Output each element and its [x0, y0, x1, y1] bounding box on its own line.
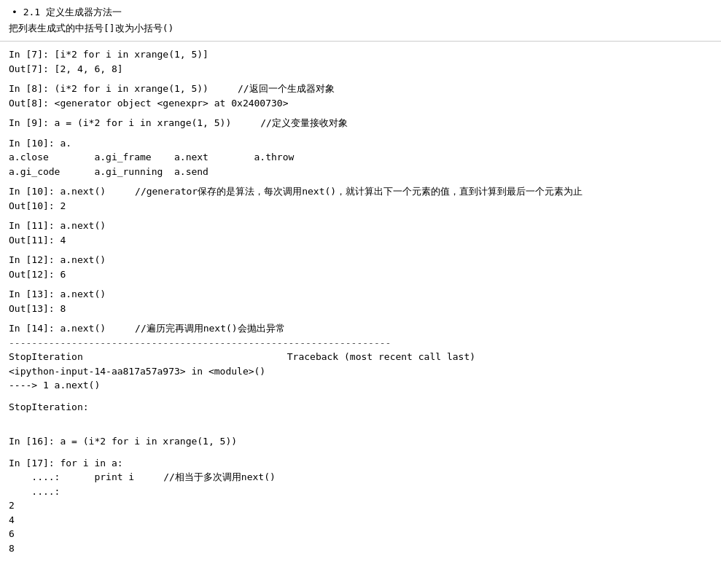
line: Out[13]: 8 — [9, 302, 712, 316]
line: In [17]: for i in a: — [9, 456, 712, 471]
line: In [12]: a.next() — [9, 253, 712, 267]
line: ----> 1 a.next() — [9, 378, 712, 393]
comment-span: //generator保存的是算法，每次调用next()，就计算出下一个元素的值… — [135, 186, 582, 197]
header: • 2.1 定义生成器方法一 把列表生成式的中括号[]改为小括号() — [0, 0, 721, 42]
code-span: ....: print i — [9, 471, 134, 482]
line: In [13]: a.next() — [9, 287, 712, 302]
line — [9, 449, 712, 456]
line: 8 — [9, 541, 712, 556]
line: a.close a.gi_frame a.next a.throw — [9, 150, 712, 165]
section-9: In [16]: a = (i*2 for i in xrange(1, 5))… — [9, 420, 712, 555]
line: 4 — [9, 513, 712, 528]
line: ....: — [9, 485, 712, 499]
line: <ipython-input-14-aa817a57a973> in <modu… — [9, 364, 712, 379]
line: a.gi_code a.gi_running a.send — [9, 165, 712, 179]
line: 2 — [9, 498, 712, 513]
line: StopIteration: — [9, 400, 712, 415]
code-span: In [9]: a = (i*2 for i in xrange(1, 5)) — [9, 117, 231, 128]
line: Out[11]: 4 — [9, 233, 712, 248]
code-span: In [10]: a.next() — [9, 186, 106, 197]
main-content: In [7]: [i*2 for i in xrange(1, 5)]Out[7… — [0, 42, 721, 567]
line: 6 — [9, 527, 712, 541]
line — [9, 393, 712, 400]
comment-span: //定义变量接收对象 — [260, 117, 348, 128]
section-6: In [12]: a.next()Out[12]: 6 — [9, 253, 712, 281]
section-8: In [14]: a.next()//遍历完再调用next()会抛出异常----… — [9, 321, 712, 414]
error-left: StopIteration — [9, 351, 83, 362]
line: In [9]: a = (i*2 for i in xrange(1, 5))/… — [9, 116, 712, 130]
section-1: In [8]: (i*2 for i in xrange(1, 5))//返回一… — [9, 82, 712, 110]
section-7: In [13]: a.next()Out[13]: 8 — [9, 287, 712, 315]
section-0: In [7]: [i*2 for i in xrange(1, 5)]Out[7… — [9, 47, 712, 76]
line — [9, 420, 712, 427]
line: StopIterationTraceback (most recent call… — [9, 350, 712, 364]
line: In [14]: a.next()//遍历完再调用next()会抛出异常 — [9, 321, 712, 336]
line — [9, 427, 712, 434]
header-subtitle: 把列表生成式的中括号[]改为小括号() — [9, 22, 712, 35]
line: In [7]: [i*2 for i in xrange(1, 5)] — [9, 47, 712, 62]
code-span: In [8]: (i*2 for i in xrange(1, 5)) — [9, 83, 208, 94]
section-3: In [10]: a.a.close a.gi_frame a.next a.t… — [9, 136, 712, 179]
comment-span: //相当于多次调用next() — [163, 471, 276, 482]
line: In [10]: a. — [9, 136, 712, 151]
line: In [8]: (i*2 for i in xrange(1, 5))//返回一… — [9, 82, 712, 96]
line: In [11]: a.next() — [9, 219, 712, 233]
section-5: In [11]: a.next()Out[11]: 4 — [9, 219, 712, 247]
line: ----------------------------------------… — [9, 336, 712, 350]
line: Out[10]: 2 — [9, 199, 712, 213]
error-right: Traceback (most recent call last) — [287, 351, 475, 362]
section-2: In [9]: a = (i*2 for i in xrange(1, 5))/… — [9, 116, 712, 130]
line: In [16]: a = (i*2 for i in xrange(1, 5)) — [9, 434, 712, 449]
section-4: In [10]: a.next()//generator保存的是算法，每次调用n… — [9, 184, 712, 213]
comment-span: //遍历完再调用next()会抛出异常 — [135, 323, 285, 334]
line: Out[8]: <generator object <genexpr> at 0… — [9, 96, 712, 111]
line: Out[7]: [2, 4, 6, 8] — [9, 62, 712, 77]
code-span: In [14]: a.next() — [9, 323, 106, 334]
line: ....: print i//相当于多次调用next() — [9, 470, 712, 485]
line: In [10]: a.next()//generator保存的是算法，每次调用n… — [9, 184, 712, 199]
comment-span: //返回一个生成器对象 — [238, 83, 335, 94]
bullet-text: • 2.1 定义生成器方法一 — [12, 6, 122, 19]
header-bullet: • 2.1 定义生成器方法一 — [9, 6, 712, 19]
line: Out[12]: 6 — [9, 267, 712, 282]
